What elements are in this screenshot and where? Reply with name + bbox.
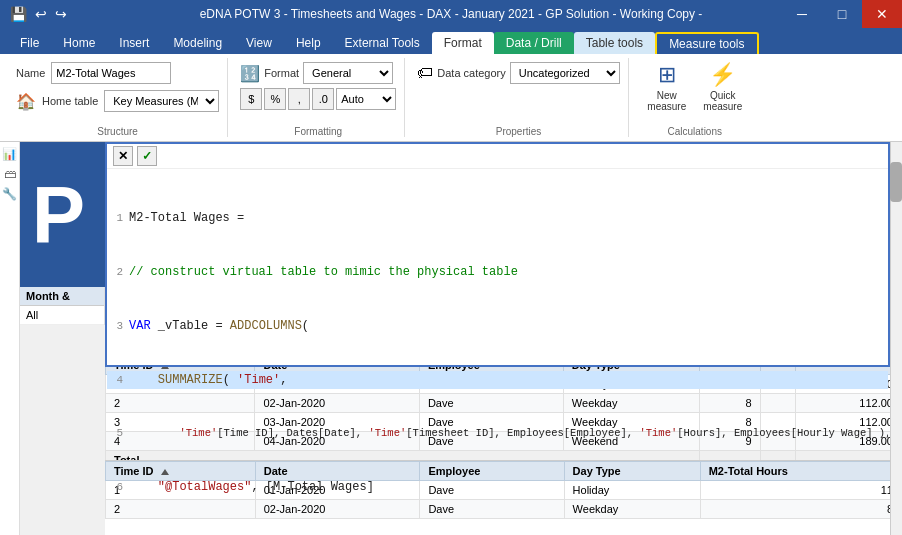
quick-access-toolbar: 💾 ↩ ↪	[8, 4, 69, 24]
name-input[interactable]	[51, 62, 171, 84]
data-category-select[interactable]: Uncategorized	[510, 62, 620, 84]
sidebar-icon-data[interactable]: 🗃	[2, 166, 18, 182]
ribbon-tabs: File Home Insert Modeling View Help Exte…	[0, 28, 902, 54]
month-header: Month &	[20, 287, 104, 306]
undo-icon[interactable]: ↩	[33, 4, 49, 24]
tab-table-tools[interactable]: Table tools	[574, 32, 655, 54]
category-icon: 🏷	[417, 64, 433, 82]
formatting-group-label: Formatting	[240, 124, 396, 137]
ribbon-group-formatting: 🔢 Format General $ % , .0 Auto Formattin…	[232, 58, 405, 137]
home-table-select[interactable]: Key Measures (Mea...	[104, 90, 219, 112]
dax-code-area[interactable]: 1 M2-Total Wages = 2 // construct virtua…	[107, 169, 888, 535]
ribbon-group-properties: 🏷 Data category Uncategorized Properties	[409, 58, 628, 137]
title-bar: 💾 ↩ ↪ eDNA POTW 3 - Timesheets and Wages…	[0, 0, 902, 28]
calc-buttons: ⊞ Newmeasure ⚡ Quickmeasure	[641, 58, 749, 116]
home-table-label: Home table	[42, 95, 98, 107]
decimal-button[interactable]: .0	[312, 88, 334, 110]
tab-file[interactable]: File	[8, 32, 51, 54]
maximize-button[interactable]: □	[822, 0, 862, 28]
home-icon: 🏠	[16, 92, 36, 111]
new-measure-button[interactable]: ⊞ Newmeasure	[641, 58, 693, 116]
new-measure-label: Newmeasure	[647, 90, 686, 112]
close-button[interactable]: ✕	[862, 0, 902, 28]
calculations-group-label: Calculations	[641, 124, 749, 137]
quick-measure-label: Quickmeasure	[703, 90, 742, 112]
quick-measure-button[interactable]: ⚡ Quickmeasure	[697, 58, 749, 116]
tab-modeling[interactable]: Modeling	[161, 32, 234, 54]
percent-button[interactable]: %	[264, 88, 286, 110]
format-icon: 🔢	[240, 64, 260, 83]
sidebar-icon-model[interactable]: 🔧	[2, 186, 18, 202]
format-label: Format	[264, 67, 299, 79]
auto-select[interactable]: Auto	[336, 88, 396, 110]
p-logo-letter: P	[32, 175, 85, 255]
structure-group-label: Structure	[16, 124, 219, 137]
tab-external-tools[interactable]: External Tools	[333, 32, 432, 54]
tab-view[interactable]: View	[234, 32, 284, 54]
window-title: eDNA POTW 3 - Timesheets and Wages - DAX…	[200, 7, 703, 21]
data-category-row: 🏷 Data category Uncategorized	[417, 62, 619, 84]
tab-measure-tools[interactable]: Measure tools	[655, 32, 758, 54]
p-logo: P	[20, 142, 105, 287]
code-line-3: 3 VAR _vTable = ADDCOLUMNS(	[107, 317, 888, 335]
minimize-button[interactable]: ─	[782, 0, 822, 28]
home-table-row: 🏠 Home table Key Measures (Mea...	[16, 90, 219, 112]
tab-insert[interactable]: Insert	[107, 32, 161, 54]
redo-icon[interactable]: ↪	[53, 4, 69, 24]
tab-help[interactable]: Help	[284, 32, 333, 54]
sidebar-icon-chart[interactable]: 📊	[2, 146, 18, 162]
format-select[interactable]: General	[303, 62, 393, 84]
data-category-label: Data category	[437, 67, 505, 79]
dax-editor: ✕ ✓ 1 M2-Total Wages = 2 // construct vi…	[105, 142, 890, 367]
new-measure-icon: ⊞	[658, 62, 676, 88]
scrollbar-thumb[interactable]	[890, 162, 902, 202]
ribbon: Name 🏠 Home table Key Measures (Mea... S…	[0, 54, 902, 142]
save-icon[interactable]: 💾	[8, 4, 29, 24]
format-row: 🔢 Format General	[240, 62, 393, 84]
window-controls: ─ □ ✕	[782, 0, 902, 28]
comma-button[interactable]: ,	[288, 88, 310, 110]
ribbon-group-structure: Name 🏠 Home table Key Measures (Mea... S…	[8, 58, 228, 137]
month-all-label: All	[26, 309, 38, 321]
ribbon-group-calculations: ⊞ Newmeasure ⚡ Quickmeasure Calculations	[633, 58, 757, 137]
code-line-4: 4 SUMMARIZE( 'Time',	[107, 371, 888, 389]
left-sidebar: 📊 🗃 🔧	[0, 142, 20, 535]
vertical-scrollbar[interactable]	[890, 142, 902, 535]
code-line-5: 5 'Time'[Time ID], Dates[Date], 'Time'[T…	[107, 425, 888, 442]
properties-group-label: Properties	[417, 124, 619, 137]
code-line-2: 2 // construct virtual table to mimic th…	[107, 263, 888, 281]
code-line-6: 6 "@TotalWages", [M-Total Wages]	[107, 478, 888, 496]
quick-measure-icon: ⚡	[709, 62, 736, 88]
format-buttons-row: $ % , .0 Auto	[240, 88, 396, 110]
dax-toolbar: ✕ ✓	[107, 144, 888, 169]
dax-confirm-button[interactable]: ✓	[137, 146, 157, 166]
code-line-1: 1 M2-Total Wages =	[107, 209, 888, 227]
dax-close-button[interactable]: ✕	[113, 146, 133, 166]
dollar-button[interactable]: $	[240, 88, 262, 110]
name-label: Name	[16, 67, 45, 79]
month-all-item[interactable]: All	[20, 306, 104, 325]
tab-data-drill[interactable]: Data / Drill	[494, 32, 574, 54]
month-section: Month & All	[20, 287, 105, 325]
tab-home[interactable]: Home	[51, 32, 107, 54]
month-header-label: Month &	[26, 290, 70, 302]
tab-format[interactable]: Format	[432, 32, 494, 54]
name-row: Name	[16, 62, 219, 84]
